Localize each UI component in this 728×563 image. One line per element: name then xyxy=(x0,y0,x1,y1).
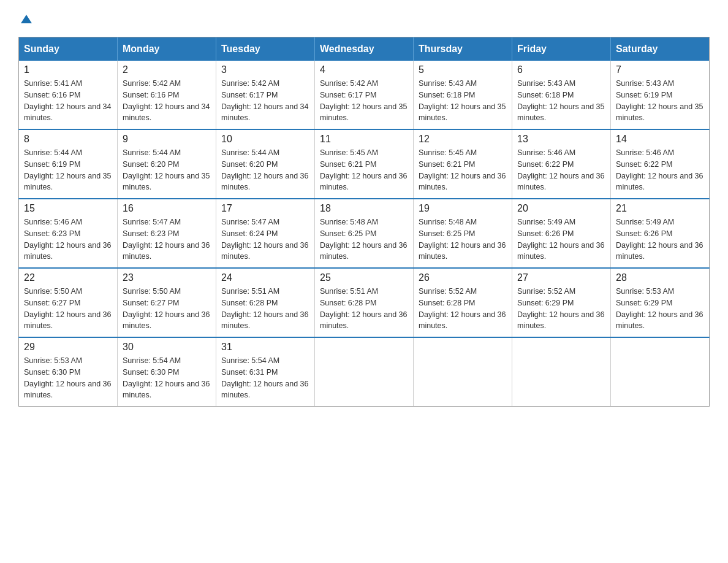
calendar-cell: 24 Sunrise: 5:51 AMSunset: 6:28 PMDaylig… xyxy=(216,268,315,337)
day-info: Sunrise: 5:41 AMSunset: 6:16 PMDaylight:… xyxy=(24,78,112,124)
calendar-header-wednesday: Wednesday xyxy=(315,37,414,61)
day-number: 12 xyxy=(419,134,507,145)
day-info: Sunrise: 5:42 AMSunset: 6:17 PMDaylight:… xyxy=(320,78,408,124)
day-info: Sunrise: 5:53 AMSunset: 6:30 PMDaylight:… xyxy=(24,355,112,401)
calendar-cell xyxy=(512,337,611,407)
day-number: 10 xyxy=(221,134,309,145)
page-header xyxy=(18,12,710,25)
day-info: Sunrise: 5:42 AMSunset: 6:17 PMDaylight:… xyxy=(221,78,309,124)
calendar-week-row: 8 Sunrise: 5:44 AMSunset: 6:19 PMDayligh… xyxy=(19,129,710,199)
day-info: Sunrise: 5:48 AMSunset: 6:25 PMDaylight:… xyxy=(419,216,507,262)
calendar-cell: 23 Sunrise: 5:50 AMSunset: 6:27 PMDaylig… xyxy=(118,268,216,337)
calendar-cell: 15 Sunrise: 5:46 AMSunset: 6:23 PMDaylig… xyxy=(19,199,118,268)
day-number: 18 xyxy=(320,203,408,214)
calendar-header-saturday: Saturday xyxy=(611,37,710,61)
day-info: Sunrise: 5:43 AMSunset: 6:18 PMDaylight:… xyxy=(517,78,605,124)
day-info: Sunrise: 5:52 AMSunset: 6:28 PMDaylight:… xyxy=(419,286,507,332)
day-number: 26 xyxy=(419,272,507,283)
day-info: Sunrise: 5:54 AMSunset: 6:30 PMDaylight:… xyxy=(123,355,211,401)
calendar-cell: 19 Sunrise: 5:48 AMSunset: 6:25 PMDaylig… xyxy=(414,199,512,268)
calendar-cell: 9 Sunrise: 5:44 AMSunset: 6:20 PMDayligh… xyxy=(118,129,216,199)
svg-marker-0 xyxy=(21,15,32,23)
day-number: 19 xyxy=(419,203,507,214)
calendar-week-row: 15 Sunrise: 5:46 AMSunset: 6:23 PMDaylig… xyxy=(19,199,710,268)
calendar-header-sunday: Sunday xyxy=(19,37,118,61)
day-number: 27 xyxy=(517,272,605,283)
calendar-cell: 20 Sunrise: 5:49 AMSunset: 6:26 PMDaylig… xyxy=(512,199,611,268)
day-number: 28 xyxy=(616,272,704,283)
day-number: 7 xyxy=(616,64,704,75)
day-number: 6 xyxy=(517,64,605,75)
day-number: 24 xyxy=(221,272,309,283)
calendar-cell: 1 Sunrise: 5:41 AMSunset: 6:16 PMDayligh… xyxy=(19,61,118,129)
logo-triangle-icon xyxy=(20,12,33,26)
day-info: Sunrise: 5:44 AMSunset: 6:20 PMDaylight:… xyxy=(221,147,309,193)
day-number: 29 xyxy=(24,342,112,353)
calendar-header-thursday: Thursday xyxy=(414,37,512,61)
calendar-cell: 13 Sunrise: 5:46 AMSunset: 6:22 PMDaylig… xyxy=(512,129,611,199)
day-info: Sunrise: 5:52 AMSunset: 6:29 PMDaylight:… xyxy=(517,286,605,332)
day-number: 25 xyxy=(320,272,408,283)
day-info: Sunrise: 5:46 AMSunset: 6:22 PMDaylight:… xyxy=(517,147,605,193)
day-number: 2 xyxy=(123,64,211,75)
day-number: 4 xyxy=(320,64,408,75)
calendar-cell: 2 Sunrise: 5:42 AMSunset: 6:16 PMDayligh… xyxy=(118,61,216,129)
day-info: Sunrise: 5:47 AMSunset: 6:23 PMDaylight:… xyxy=(123,216,211,262)
calendar-cell: 18 Sunrise: 5:48 AMSunset: 6:25 PMDaylig… xyxy=(315,199,414,268)
calendar-week-row: 22 Sunrise: 5:50 AMSunset: 6:27 PMDaylig… xyxy=(19,268,710,337)
calendar-cell: 7 Sunrise: 5:43 AMSunset: 6:19 PMDayligh… xyxy=(611,61,710,129)
day-number: 13 xyxy=(517,134,605,145)
calendar-header-friday: Friday xyxy=(512,37,611,61)
day-info: Sunrise: 5:51 AMSunset: 6:28 PMDaylight:… xyxy=(320,286,408,332)
calendar-week-row: 29 Sunrise: 5:53 AMSunset: 6:30 PMDaylig… xyxy=(19,337,710,407)
calendar-cell: 28 Sunrise: 5:53 AMSunset: 6:29 PMDaylig… xyxy=(611,268,710,337)
calendar-cell: 29 Sunrise: 5:53 AMSunset: 6:30 PMDaylig… xyxy=(19,337,118,407)
day-info: Sunrise: 5:50 AMSunset: 6:27 PMDaylight:… xyxy=(24,286,112,332)
day-info: Sunrise: 5:53 AMSunset: 6:29 PMDaylight:… xyxy=(616,286,704,332)
day-number: 30 xyxy=(123,342,211,353)
calendar-cell: 11 Sunrise: 5:45 AMSunset: 6:21 PMDaylig… xyxy=(315,129,414,199)
calendar-cell: 25 Sunrise: 5:51 AMSunset: 6:28 PMDaylig… xyxy=(315,268,414,337)
day-info: Sunrise: 5:45 AMSunset: 6:21 PMDaylight:… xyxy=(320,147,408,193)
day-number: 16 xyxy=(123,203,211,214)
day-number: 22 xyxy=(24,272,112,283)
day-info: Sunrise: 5:54 AMSunset: 6:31 PMDaylight:… xyxy=(221,355,309,401)
calendar-cell: 16 Sunrise: 5:47 AMSunset: 6:23 PMDaylig… xyxy=(118,199,216,268)
calendar-cell xyxy=(315,337,414,407)
calendar-cell: 30 Sunrise: 5:54 AMSunset: 6:30 PMDaylig… xyxy=(118,337,216,407)
calendar-cell: 6 Sunrise: 5:43 AMSunset: 6:18 PMDayligh… xyxy=(512,61,611,129)
day-number: 8 xyxy=(24,134,112,145)
logo xyxy=(18,12,33,25)
day-info: Sunrise: 5:45 AMSunset: 6:21 PMDaylight:… xyxy=(419,147,507,193)
calendar-cell xyxy=(414,337,512,407)
day-info: Sunrise: 5:46 AMSunset: 6:23 PMDaylight:… xyxy=(24,216,112,262)
day-info: Sunrise: 5:46 AMSunset: 6:22 PMDaylight:… xyxy=(616,147,704,193)
day-number: 9 xyxy=(123,134,211,145)
calendar-cell: 31 Sunrise: 5:54 AMSunset: 6:31 PMDaylig… xyxy=(216,337,315,407)
day-number: 11 xyxy=(320,134,408,145)
day-number: 15 xyxy=(24,203,112,214)
day-number: 21 xyxy=(616,203,704,214)
calendar-cell: 5 Sunrise: 5:43 AMSunset: 6:18 PMDayligh… xyxy=(414,61,512,129)
day-info: Sunrise: 5:48 AMSunset: 6:25 PMDaylight:… xyxy=(320,216,408,262)
day-number: 14 xyxy=(616,134,704,145)
calendar-header-tuesday: Tuesday xyxy=(216,37,315,61)
calendar-cell: 8 Sunrise: 5:44 AMSunset: 6:19 PMDayligh… xyxy=(19,129,118,199)
day-info: Sunrise: 5:49 AMSunset: 6:26 PMDaylight:… xyxy=(616,216,704,262)
day-number: 20 xyxy=(517,203,605,214)
day-info: Sunrise: 5:50 AMSunset: 6:27 PMDaylight:… xyxy=(123,286,211,332)
day-info: Sunrise: 5:44 AMSunset: 6:19 PMDaylight:… xyxy=(24,147,112,193)
calendar-cell: 17 Sunrise: 5:47 AMSunset: 6:24 PMDaylig… xyxy=(216,199,315,268)
day-number: 23 xyxy=(123,272,211,283)
day-info: Sunrise: 5:43 AMSunset: 6:19 PMDaylight:… xyxy=(616,78,704,124)
day-number: 31 xyxy=(221,342,309,353)
calendar-cell xyxy=(611,337,710,407)
day-info: Sunrise: 5:51 AMSunset: 6:28 PMDaylight:… xyxy=(221,286,309,332)
day-info: Sunrise: 5:44 AMSunset: 6:20 PMDaylight:… xyxy=(123,147,211,193)
calendar-header-row: SundayMondayTuesdayWednesdayThursdayFrid… xyxy=(19,37,710,61)
day-number: 17 xyxy=(221,203,309,214)
day-number: 1 xyxy=(24,64,112,75)
day-info: Sunrise: 5:47 AMSunset: 6:24 PMDaylight:… xyxy=(221,216,309,262)
calendar-cell: 14 Sunrise: 5:46 AMSunset: 6:22 PMDaylig… xyxy=(611,129,710,199)
calendar-cell: 26 Sunrise: 5:52 AMSunset: 6:28 PMDaylig… xyxy=(414,268,512,337)
